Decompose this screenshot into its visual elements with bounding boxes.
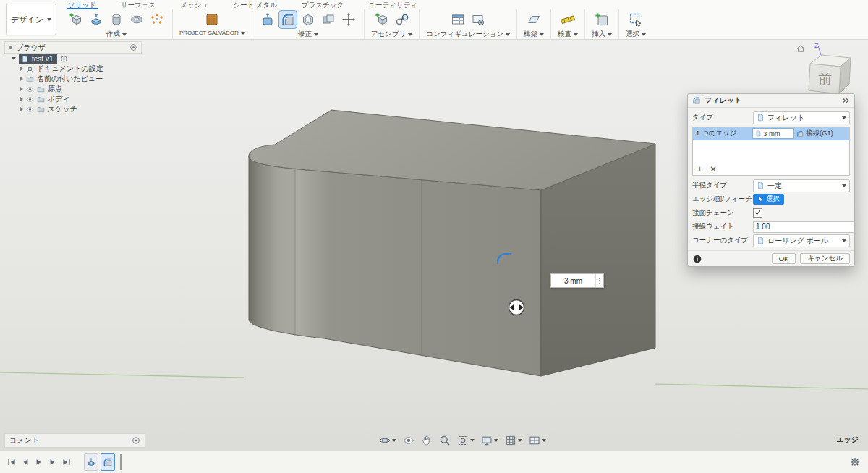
insert-menu-button[interactable]: 挿入 [592, 30, 612, 39]
dimension-grip-icon[interactable] [595, 274, 603, 287]
configuration-table-icon[interactable] [469, 11, 487, 28]
fillet-dialog-header[interactable]: フィレット [688, 94, 854, 108]
fillet-icon[interactable] [279, 11, 297, 28]
tab-plastic[interactable]: プラスチック [300, 0, 345, 9]
design-workspace-button[interactable]: デザイン [6, 4, 56, 35]
remove-edge-set-button[interactable]: ✕ [710, 165, 717, 174]
configuration-icon[interactable] [449, 11, 467, 28]
joint-icon[interactable] [393, 11, 411, 28]
timeline-step-forward-button[interactable] [48, 458, 57, 466]
timeline-begin-button[interactable] [7, 458, 16, 466]
visibility-eye-icon[interactable] [26, 106, 34, 114]
browser-item-bodies[interactable]: ボディ [4, 94, 142, 104]
viewports-button[interactable] [529, 435, 546, 446]
new-component-icon[interactable] [67, 11, 85, 28]
timeline-position-marker[interactable] [120, 454, 122, 470]
tangent-chain-checkbox[interactable] [753, 208, 762, 218]
look-at-button[interactable] [403, 435, 414, 446]
expand-dialog-icon[interactable] [841, 96, 850, 105]
collapse-icon[interactable] [20, 67, 23, 71]
project-salvador-menu-button[interactable]: PROJECT SALVADOR [179, 30, 245, 36]
browser-grip-icon [9, 46, 12, 49]
browser-item-sketches[interactable]: スケッチ [4, 104, 142, 114]
corner-type-dropdown[interactable]: ローリング ボール [753, 234, 850, 247]
press-pull-icon[interactable] [259, 11, 276, 28]
comments-options-icon[interactable] [132, 436, 140, 445]
extrude-icon[interactable] [88, 11, 105, 28]
circular-pattern-icon[interactable] [148, 11, 166, 28]
browser-root-row[interactable]: test v1 [4, 54, 142, 64]
info-icon[interactable] [692, 254, 702, 264]
timeline-end-button[interactable] [62, 458, 71, 466]
radius-dimension-input[interactable]: 3 mm [550, 273, 604, 288]
move-copy-icon[interactable] [340, 11, 357, 28]
browser-item-named-views[interactable]: 名前の付いたビュー [4, 74, 142, 84]
fillet-type-dropdown[interactable]: フィレット [753, 111, 850, 124]
fit-button[interactable] [457, 435, 475, 446]
orbit-button[interactable] [379, 435, 396, 446]
tab-sheet-metal[interactable]: シート メタル [231, 0, 278, 9]
timeline-play-button[interactable] [35, 458, 43, 466]
construction-plane-icon[interactable] [525, 11, 542, 28]
tab-solid[interactable]: ソリッド [67, 0, 98, 9]
assemble-menu-button[interactable]: アセンブリ [371, 30, 413, 39]
document-status-icon[interactable] [60, 55, 68, 63]
chevron-down-icon [842, 239, 846, 242]
assemble-new-component-icon[interactable] [373, 11, 391, 28]
fillet-dialog-title: フィレット [705, 95, 741, 106]
timeline-step-back-button[interactable] [21, 458, 30, 466]
browser-options-icon[interactable] [129, 43, 137, 51]
shell-icon[interactable] [299, 11, 317, 28]
comments-bar[interactable]: コメント [4, 433, 145, 448]
collapse-icon[interactable] [20, 77, 23, 81]
measure-icon[interactable] [559, 11, 576, 28]
inspect-menu-button[interactable]: 検査 [558, 30, 578, 39]
timeline-fillet-feature[interactable] [101, 453, 115, 471]
model-body[interactable] [249, 110, 655, 376]
home-icon[interactable] [797, 46, 804, 51]
continuity-cell[interactable]: 接線(G1) [794, 129, 849, 138]
timeline-extrude-feature[interactable] [84, 453, 98, 471]
create-menu-button[interactable]: 作成 [106, 30, 127, 39]
display-settings-button[interactable] [481, 435, 498, 446]
select-icon[interactable] [627, 11, 644, 28]
project-salvador-icon[interactable] [203, 11, 221, 28]
visibility-eye-icon[interactable] [26, 85, 34, 93]
revolve-icon[interactable] [108, 11, 125, 28]
combine-icon[interactable] [320, 11, 337, 28]
edges-faces-features-label: エッジ/面/フィーチャ [692, 195, 753, 204]
tab-mesh[interactable]: メッシュ [179, 0, 210, 9]
cancel-button[interactable]: キャンセル [800, 253, 850, 264]
collapse-icon[interactable] [20, 87, 23, 91]
tangent-weight-input[interactable] [753, 221, 854, 233]
ok-button[interactable]: OK [772, 253, 796, 264]
visibility-eye-icon[interactable] [26, 95, 34, 103]
timeline-gear-icon[interactable] [849, 456, 861, 468]
document-name: test v1 [32, 55, 53, 63]
zoom-button[interactable] [439, 435, 451, 446]
browser-item-origin[interactable]: 原点 [4, 84, 142, 94]
select-edges-button[interactable]: 選択 [753, 194, 784, 205]
edge-set-row[interactable]: 1 つのエッジ 3 mm 接線(G1) [693, 127, 849, 140]
pan-button[interactable] [421, 435, 433, 446]
configure-menu-button[interactable]: コンフィギュレーション [426, 30, 510, 39]
construct-menu-button[interactable]: 構築 [524, 30, 544, 39]
select-menu-button[interactable]: 選択 [626, 30, 646, 39]
edge-drag-handle[interactable] [509, 300, 524, 315]
ribbon-toolbar: デザイン ソリッド サーフェス メッシュ シート メタル プラスチック ユーティ… [0, 0, 868, 40]
collapse-icon[interactable] [20, 107, 23, 111]
grid-settings-button[interactable] [505, 435, 522, 446]
radius-type-dropdown[interactable]: 一定 [753, 179, 850, 192]
tab-surface[interactable]: サーフェス [119, 0, 157, 9]
tab-utilities[interactable]: ユーティリティ [367, 0, 419, 9]
add-edge-set-button[interactable]: + [697, 165, 702, 174]
fusion-window: デザイン ソリッド サーフェス メッシュ シート メタル プラスチック ユーティ… [0, 0, 868, 473]
coil-icon[interactable] [128, 11, 145, 28]
modify-menu-button[interactable]: 修正 [298, 30, 318, 39]
collapse-icon[interactable] [20, 97, 23, 101]
browser-item-document-settings[interactable]: ドキュメントの設定 [4, 64, 142, 74]
insert-icon[interactable] [593, 11, 610, 28]
browser-header[interactable]: ブラウザ [4, 41, 142, 54]
expand-icon[interactable] [12, 57, 16, 60]
radius-field[interactable]: 3 mm [752, 128, 794, 139]
